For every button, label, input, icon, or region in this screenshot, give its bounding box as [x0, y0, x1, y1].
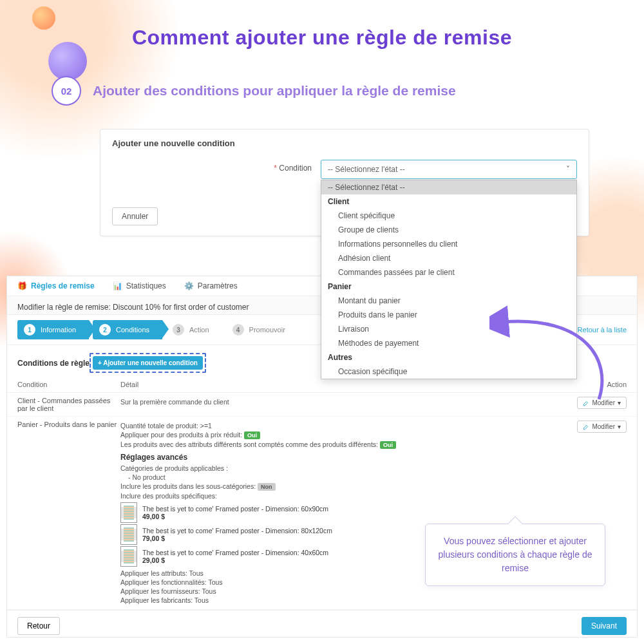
dropdown-option[interactable]: Méthodes de payement: [321, 336, 576, 350]
next-button[interactable]: Suivant: [582, 617, 627, 635]
dropdown-option[interactable]: Montant du panier: [321, 294, 576, 308]
dropdown-option[interactable]: Informations personnelles du client: [321, 237, 576, 251]
dropdown-option[interactable]: Produits dans le panier: [321, 308, 576, 322]
chevron-down-icon: ˅: [566, 165, 570, 174]
stats-icon: 📊: [113, 281, 122, 290]
condition-cell: Panier - Produits dans le panier: [17, 421, 120, 428]
step-number-badge: 02: [52, 76, 81, 106]
dropdown-group: Autres: [321, 350, 576, 365]
non-badge: Non: [258, 483, 276, 491]
modify-button[interactable]: Modifier ▾: [577, 397, 627, 409]
oui-badge: Oui: [380, 441, 396, 449]
list-item: The best is yet to come' Framed poster -…: [120, 502, 556, 523]
dropdown-group: Client: [321, 194, 576, 209]
condition-label: * Condition: [112, 160, 312, 173]
page-title: Comment ajouter une règle de remise: [0, 26, 644, 50]
cancel-button[interactable]: Annuler: [112, 207, 158, 225]
condition-select[interactable]: -- Sélectionnez l'état -- ˅: [321, 160, 577, 179]
gear-icon: ⚙️: [184, 281, 194, 290]
wizard-step-action[interactable]: 3Action: [166, 320, 222, 339]
wizard-step-conditions[interactable]: 2Conditions: [93, 320, 162, 339]
col-detail: Détail: [120, 381, 562, 388]
product-thumbnail: [120, 502, 137, 523]
back-to-list-link[interactable]: ← Retour à la liste: [569, 326, 627, 334]
help-callout: Vous pouvez sélectionner et ajouter plus…: [425, 524, 605, 586]
table-row: Client - Commandes passées par le client…: [7, 393, 637, 417]
col-action: Action: [562, 381, 627, 388]
gift-icon: 🎁: [17, 281, 27, 290]
dropdown-option[interactable]: Adhésion client: [321, 251, 576, 265]
dropdown-option[interactable]: Commandes passées par le client: [321, 265, 576, 279]
back-button[interactable]: Retour: [17, 617, 60, 635]
advanced-settings-heading: Réglages avancés: [120, 453, 556, 462]
dropdown-option[interactable]: Occasion spécifique: [321, 365, 576, 379]
panel-title: Ajouter une nouvelle condition: [112, 138, 577, 148]
dropdown-option[interactable]: Livraison: [321, 322, 576, 336]
modify-button[interactable]: Modifier ▾: [577, 421, 627, 433]
dropdown-option[interactable]: Client spécifique: [321, 209, 576, 223]
add-condition-button[interactable]: + Ajouter une nouvelle condition: [93, 356, 203, 370]
step-label: Ajouter des conditions pour appliquer la…: [93, 83, 456, 99]
product-thumbnail: [120, 524, 137, 545]
dropdown-option[interactable]: -- Sélectionnez l'état --: [321, 180, 576, 194]
condition-cell: Client - Commandes passées par le client: [17, 397, 120, 412]
tab-paramètres[interactable]: ⚙️Paramètres: [184, 281, 238, 290]
dropdown-group: Panier: [321, 279, 576, 294]
tab-règles-de-remise[interactable]: 🎁Règles de remise: [17, 281, 95, 290]
conditions-heading: Conditions de règle: [17, 359, 90, 368]
select-value: -- Sélectionnez l'état --: [328, 165, 405, 174]
detail-cell: Sur la première commande du client: [120, 398, 562, 406]
condition-dropdown-menu[interactable]: -- Sélectionnez l'état --ClientClient sp…: [321, 180, 577, 379]
add-condition-panel: Ajouter une nouvelle condition * Conditi…: [100, 129, 589, 236]
dropdown-option[interactable]: Groupe de clients: [321, 223, 576, 237]
col-condition: Condition: [17, 381, 120, 388]
wizard-step-information[interactable]: 1Information: [17, 320, 89, 339]
tab-statistiques[interactable]: 📊Statistiques: [113, 281, 166, 290]
step-header: 02 Ajouter des conditions pour appliquer…: [52, 76, 605, 106]
oui-badge: Oui: [244, 431, 260, 439]
wizard-step-promouvoir[interactable]: 4Promouvoir: [226, 320, 298, 339]
product-thumbnail: [120, 546, 137, 567]
